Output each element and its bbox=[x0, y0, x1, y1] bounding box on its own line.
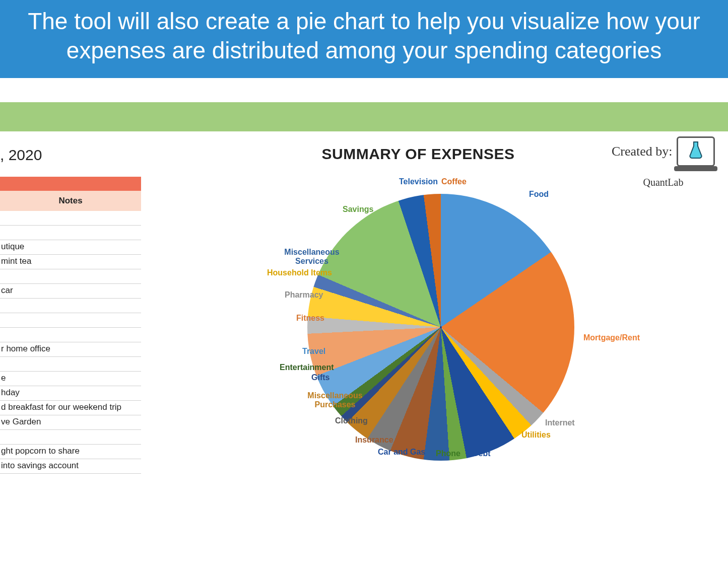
notes-row: mint tea bbox=[0, 255, 141, 269]
expense-pie-chart: SUMMARY OF EXPENSES FoodMortgage/RentInt… bbox=[227, 146, 610, 487]
notes-row: hday bbox=[0, 386, 141, 401]
monitor-icon bbox=[677, 136, 715, 167]
notes-row: car bbox=[0, 284, 141, 299]
notes-header: Notes bbox=[0, 191, 141, 211]
slice-label: Insurance bbox=[355, 435, 393, 445]
slice-label: Car and Gas bbox=[378, 448, 425, 457]
notes-row: d breakfast for our weekend trip bbox=[0, 401, 141, 415]
notes-row: utique bbox=[0, 240, 141, 255]
slice-label: Coffee bbox=[441, 177, 467, 186]
created-by-label: Created by: bbox=[612, 144, 673, 159]
slice-label: Pharmacy bbox=[285, 290, 323, 300]
slice-label: Savings bbox=[343, 205, 373, 214]
notes-header-accent bbox=[0, 177, 141, 191]
promo-banner: The tool will also create a pie chart to… bbox=[0, 0, 728, 78]
slice-label: Household Items bbox=[267, 268, 332, 277]
notes-row: into savings account bbox=[0, 459, 141, 474]
date-fragment: , 2020 bbox=[0, 147, 42, 164]
notes-row bbox=[0, 328, 141, 342]
notes-row: e bbox=[0, 372, 141, 386]
slice-label: Miscellaneous Purchases bbox=[302, 391, 368, 409]
slice-label: Miscellaneous Services bbox=[279, 248, 345, 266]
brand-badge: Created by: QuantLab bbox=[612, 136, 715, 188]
notes-row bbox=[0, 313, 141, 328]
slice-label: Gifts bbox=[311, 373, 329, 382]
notes-row bbox=[0, 299, 141, 313]
slice-label: Mortgage/Rent bbox=[583, 333, 640, 342]
notes-row: r home office bbox=[0, 342, 141, 357]
notes-row bbox=[0, 430, 141, 445]
slice-label: Debt bbox=[473, 449, 491, 458]
slice-label: Phone bbox=[436, 449, 460, 458]
chart-title: SUMMARY OF EXPENSES bbox=[227, 146, 610, 163]
notes-row bbox=[0, 226, 141, 240]
notes-row bbox=[0, 357, 141, 372]
slice-label: Fitness bbox=[296, 314, 324, 323]
slice-label: Entertainment bbox=[280, 363, 334, 372]
slice-label: Clothing bbox=[335, 416, 368, 425]
notes-row bbox=[0, 211, 141, 226]
slice-label: Television bbox=[399, 177, 438, 186]
slice-label: Utilities bbox=[521, 430, 551, 440]
green-header-bar bbox=[0, 102, 728, 131]
notes-row bbox=[0, 269, 141, 284]
notes-row: ve Garden bbox=[0, 415, 141, 430]
brand-name: QuantLab bbox=[612, 177, 715, 188]
slice-label: Internet bbox=[545, 418, 575, 427]
notes-list: utiquemint teacarr home officeehdayd bre… bbox=[0, 211, 141, 474]
slice-label: Food bbox=[529, 190, 549, 199]
notes-column: Notes utiquemint teacarr home officeehda… bbox=[0, 177, 141, 474]
notes-row: ght popcorn to share bbox=[0, 445, 141, 459]
slice-label: Travel bbox=[302, 347, 325, 356]
